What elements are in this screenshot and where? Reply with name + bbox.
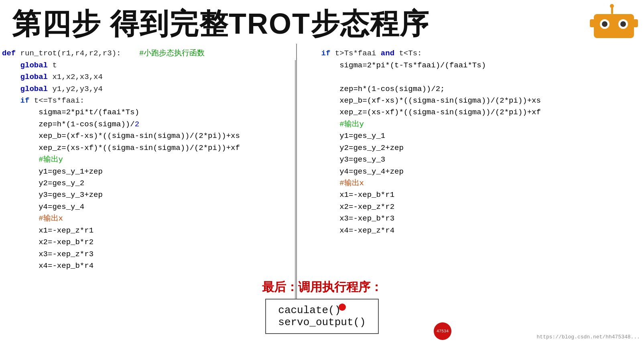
url-text: https://blog.csdn.net/hh475348... (537, 334, 640, 340)
svg-rect-7 (590, 19, 595, 27)
code-line-18: x3=-xep_z*r3 (2, 249, 292, 260)
code-line-4: global y1,y2,y3,y4 (2, 83, 292, 95)
main-title: 第四步 得到完整TROT步态程序 (12, 8, 632, 40)
code-box: caculate() servo_output() (265, 299, 378, 334)
code-line-12: y2=ges_y_2 (2, 178, 292, 189)
right-code-line-12: x1=-xep_b*r1 (303, 189, 638, 201)
code-line-1: def run_trot(r1,r4,r2,r3): #小跑步态执行函数 (2, 48, 292, 59)
right-code-line-11: #输出x (303, 178, 638, 189)
code-line-2: global t (2, 60, 292, 71)
right-code-line-2: sigma=2*pi*(t-Ts*faai)/(faai*Ts) (303, 60, 638, 71)
kw-if1: if (20, 96, 30, 105)
code-line-3: global x1,x2,x3,x4 (2, 71, 292, 83)
svg-point-4 (620, 21, 626, 27)
view-counter: 47534 (434, 322, 451, 340)
logo-area (588, 4, 640, 40)
right-code-line-8: y2=ges_y_2+zep (303, 142, 638, 154)
code-line-10: #输出y (2, 154, 292, 166)
right-code-line-15: x4=-xep_z*r4 (303, 225, 638, 237)
code-line-14: y4=ges_y_4 (2, 201, 292, 213)
code-line-7: zep=h*(1-cos(sigma))/2 (2, 119, 292, 130)
right-code-line-3: zep=h*(1-cos(sigma))/2; (303, 83, 638, 95)
right-code-line-14: x3=-xep_b*r3 (303, 213, 638, 225)
svg-rect-8 (633, 19, 638, 27)
code-line-5: if t<=Ts*faai: (2, 95, 292, 107)
svg-rect-0 (594, 14, 634, 38)
robot-icon (588, 4, 640, 40)
code-line-19: x4=-xep_b*r4 (2, 260, 292, 272)
kw-global2: global (20, 73, 48, 81)
code-line-6: sigma=2*pi*t/(faai*Ts) (2, 107, 292, 118)
code-box-line-1: caculate() (278, 304, 366, 316)
right-code-line-13: x2=-xep_z*r2 (303, 201, 638, 213)
bottom-label: 最后：调用执行程序： (262, 279, 382, 295)
right-code-line-1: if t>Ts*faai and t<Ts: (303, 48, 638, 59)
right-code-line-5: xep_z=(xs-xf)*((sigma-sin(sigma))/(2*pi)… (303, 107, 638, 118)
code-line-11: y1=ges_y_1+zep (2, 166, 292, 178)
right-code-line-10: y4=ges_y_4+zep (303, 166, 638, 178)
bottom-url: https://blog.csdn.net/hh475348... (537, 334, 640, 340)
code-box-line-2: servo_output() (278, 316, 366, 328)
bottom-section: 最后：调用执行程序： caculate() servo_output() (0, 279, 644, 334)
title-area: 第四步 得到完整TROT步态程序 (0, 0, 644, 44)
kw-and: and (381, 49, 394, 58)
code-line-13: y3=ges_y_3+zep (2, 189, 292, 201)
code-line-9: xep_z=(xs-xf)*((sigma-sin(sigma))/(2*pi)… (2, 142, 292, 154)
right-code-line-6: #输出y (303, 119, 638, 130)
kw-def: def (2, 49, 16, 58)
svg-point-6 (610, 4, 614, 8)
kw-if2: if (321, 49, 331, 58)
right-code-line-7: y1=ges_y_1 (303, 130, 638, 142)
code-line-16: x1=-xep_z*r1 (2, 225, 292, 237)
kw-global3: global (20, 85, 48, 93)
kw-global1: global (20, 61, 48, 70)
right-code-line-4: xep_b=(xf-xs)*((sigma-sin(sigma))/(2*pi)… (303, 95, 638, 107)
right-code-line-9: y3=ges_y_3 (303, 154, 638, 166)
svg-point-3 (602, 21, 607, 27)
code-line-15: #输出x (2, 213, 292, 225)
slide-container: 第四步 得到完整TROT步态程序 def run_trot(r1,r4,r2,r… (0, 0, 644, 342)
counter-text: 47534 (437, 329, 449, 334)
code-line-17: x2=-xep_b*r2 (2, 237, 292, 248)
code-line-8: xep_b=(xf-xs)*((sigma-sin(sigma))/(2*pi)… (2, 130, 292, 142)
red-dot (339, 304, 346, 311)
right-code-line-blank (303, 71, 638, 83)
